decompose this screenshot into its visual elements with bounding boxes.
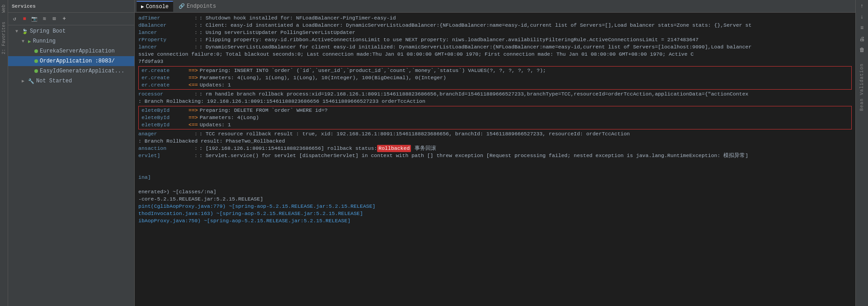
rerun-button[interactable]: ↺ bbox=[10, 14, 19, 24]
sql-line: er.create ==> Parameters: 4(Long), 1(Lon… bbox=[139, 74, 851, 81]
tree-item-running[interactable]: ▼ ▶ Running bbox=[8, 36, 134, 46]
filter-button[interactable]: ≋ bbox=[40, 14, 49, 24]
sql-text: Preparing: INSERT INTO `order` (`id`,`us… bbox=[200, 67, 546, 74]
log-prefix: adTimer bbox=[138, 14, 193, 22]
align-button[interactable]: ≡ bbox=[858, 24, 867, 33]
run-indicator bbox=[34, 49, 38, 53]
sql-prefix: eleteById bbox=[142, 121, 187, 129]
right-toolbar: ↑ ↓ ≡ 🖨 🗑 Bean Validation bbox=[855, 0, 868, 306]
log-line: ibAopProxy.java:750) ~[spring-aop-5.2.15… bbox=[135, 217, 855, 225]
web-label[interactable]: Web bbox=[0, 0, 7, 17]
notstarted-icon: 🔧 bbox=[28, 78, 34, 84]
chinese-annotation: 事务回滚 bbox=[415, 145, 436, 152]
sql-line: eleteById <== Updates: 1 bbox=[139, 121, 851, 129]
log-line bbox=[135, 167, 855, 174]
log-line: ina] bbox=[135, 174, 855, 181]
sidebar-header: Services bbox=[8, 0, 134, 13]
log-text: ssive connection failure:0; Total blacko… bbox=[138, 51, 693, 58]
log-text: enerated>) ~[classes/:na] bbox=[138, 188, 217, 196]
group-button[interactable]: ⊞ bbox=[50, 14, 59, 24]
sql-arrow: <== bbox=[189, 81, 198, 89]
tab-bar: ▶ Console 🔗 Endpoints bbox=[135, 0, 855, 13]
log-line: anager : : TCC resource rollback result … bbox=[135, 130, 855, 138]
log-text: -core-5.2.15.RELEASE.jar:5.2.15.RELEASE] bbox=[138, 196, 263, 203]
running-label: Running bbox=[33, 38, 56, 44]
log-line: ssive connection failure:0; Total blacko… bbox=[135, 51, 855, 58]
console-tab-label: Console bbox=[146, 4, 169, 10]
log-line: pint(CglibAopProxy.java:779) ~[spring-ao… bbox=[135, 203, 855, 210]
tree-item-easyid[interactable]: EasyIdGeneratorApplicat... bbox=[8, 66, 134, 76]
run-icon: ▶ bbox=[28, 38, 31, 44]
down-button[interactable]: ↓ bbox=[858, 13, 867, 22]
spring-icon: 🍃 bbox=[22, 29, 28, 34]
easyid-label: EasyIdGeneratorApplicat... bbox=[40, 68, 124, 74]
trash-button[interactable]: 🗑 bbox=[858, 45, 867, 54]
sql-text: Updates: 1 bbox=[200, 121, 231, 129]
sql-prefix: er.create bbox=[142, 74, 187, 81]
sql-prefix: er.create bbox=[142, 67, 187, 74]
log-text: : rm handle branch rollback process:xid=… bbox=[199, 91, 749, 98]
log-text: : TCC resource rollback result : true, x… bbox=[199, 130, 630, 138]
tree-item-eureka[interactable]: EurekaServerApplication bbox=[8, 46, 134, 56]
log-text: thodInvocation.java:163) ~[spring-aop-5.… bbox=[138, 210, 363, 217]
log-text: : DynamicServerListLoadBalancer for clie… bbox=[199, 43, 752, 51]
main-area: ▶ Console 🔗 Endpoints adTimer : : Shutdo… bbox=[135, 0, 855, 306]
sql-line: eleteById ==> Preparing: DELETE FROM `or… bbox=[139, 107, 851, 114]
log-prefix: lancer bbox=[138, 29, 193, 36]
sql-prefix: er.create bbox=[142, 81, 187, 89]
print-button[interactable]: 🖨 bbox=[858, 34, 867, 43]
log-text: : Flipping property: easy-id.ribbon.Acti… bbox=[199, 36, 698, 43]
favorites-label[interactable]: 2: Favorites bbox=[0, 17, 7, 59]
sql-arrow: ==> bbox=[189, 67, 198, 74]
console-output[interactable]: adTimer : : Shutdown hook installed for:… bbox=[135, 13, 855, 306]
log-line: dBalancer : : Client: easy-id instantiat… bbox=[135, 22, 855, 29]
stop-button[interactable]: ■ bbox=[20, 14, 29, 24]
sql-block-insert: er.create ==> Preparing: INSERT INTO `or… bbox=[138, 66, 852, 90]
eureka-label: EurekaServerApplication bbox=[40, 48, 115, 54]
log-text: : Branch Rollbacked result: PhaseTwo_Rol… bbox=[138, 138, 285, 145]
log-prefix: rocessor bbox=[138, 91, 193, 98]
log-line: : Branch Rollbacking: 192.168.126.1:8091… bbox=[135, 98, 855, 105]
log-line: -core-5.2.15.RELEASE.jar:5.2.15.RELEASE] bbox=[135, 196, 855, 203]
log-line: rProperty : : Flipping property: easy-id… bbox=[135, 36, 855, 43]
log-line: enerated>) ~[classes/:na] bbox=[135, 188, 855, 196]
tree-item-order[interactable]: OrderApplication :8083/ bbox=[8, 56, 134, 66]
log-prefix: lancer bbox=[138, 43, 193, 51]
camera-button[interactable]: 📷 bbox=[30, 14, 39, 24]
up-button[interactable]: ↑ bbox=[858, 2, 867, 11]
endpoints-tab-label: Endpoints bbox=[187, 3, 216, 10]
sql-line: er.create ==> Preparing: INSERT INTO `or… bbox=[139, 67, 851, 74]
order-label: OrderApplication :8083/ bbox=[40, 58, 115, 64]
tree-item-springboot[interactable]: ▼ 🍃 Spring Boot bbox=[8, 26, 134, 36]
log-prefix: dBalancer bbox=[138, 22, 193, 29]
log-line: adTimer : : Shutdown hook installed for:… bbox=[135, 14, 855, 22]
tab-endpoints[interactable]: 🔗 Endpoints bbox=[174, 1, 221, 12]
sql-prefix: eleteById bbox=[142, 107, 187, 114]
rollback-line: ansaction : : [192.168.126.1:8091:154611… bbox=[135, 145, 855, 152]
log-line: lancer : : DynamicServerListLoadBalancer… bbox=[135, 43, 855, 51]
log-prefix: ansaction bbox=[138, 145, 193, 152]
log-line bbox=[135, 159, 855, 167]
log-text: : Servlet.service() for servlet [dispatc… bbox=[199, 152, 748, 159]
tab-console[interactable]: ▶ Console bbox=[137, 1, 173, 12]
far-left-panel: Web 2: Favorites bbox=[0, 0, 8, 306]
log-text: 7fd9fa93 bbox=[138, 58, 163, 65]
bean-validation-label[interactable]: Bean Validation bbox=[859, 60, 865, 115]
tree-item-notstarted[interactable]: ▶ 🔧 Not Started bbox=[8, 76, 134, 86]
expand-arrow: ▼ bbox=[15, 29, 21, 34]
log-prefix: rProperty bbox=[138, 36, 193, 43]
sql-prefix: eleteById bbox=[142, 114, 187, 121]
run-indicator3 bbox=[34, 69, 38, 73]
log-line: rocessor : : rm handle branch rollback p… bbox=[135, 91, 855, 98]
sql-text: Updates: 1 bbox=[200, 81, 231, 89]
sql-text: Parameters: 4(Long), 1(Long), 1(Long), 1… bbox=[200, 74, 446, 81]
sql-arrow: ==> bbox=[189, 114, 198, 121]
springboot-label: Spring Boot bbox=[30, 28, 66, 34]
expand-arrow-running: ▼ bbox=[22, 39, 27, 44]
sql-arrow: ==> bbox=[189, 107, 198, 114]
log-text: : Using serverListUpdater PollingServerL… bbox=[199, 29, 355, 36]
rollback-badge: Rollbacked bbox=[377, 145, 411, 152]
sql-arrow: <== bbox=[189, 121, 198, 129]
log-line: : Branch Rollbacked result: PhaseTwo_Rol… bbox=[135, 138, 855, 145]
add-button[interactable]: + bbox=[60, 14, 69, 24]
